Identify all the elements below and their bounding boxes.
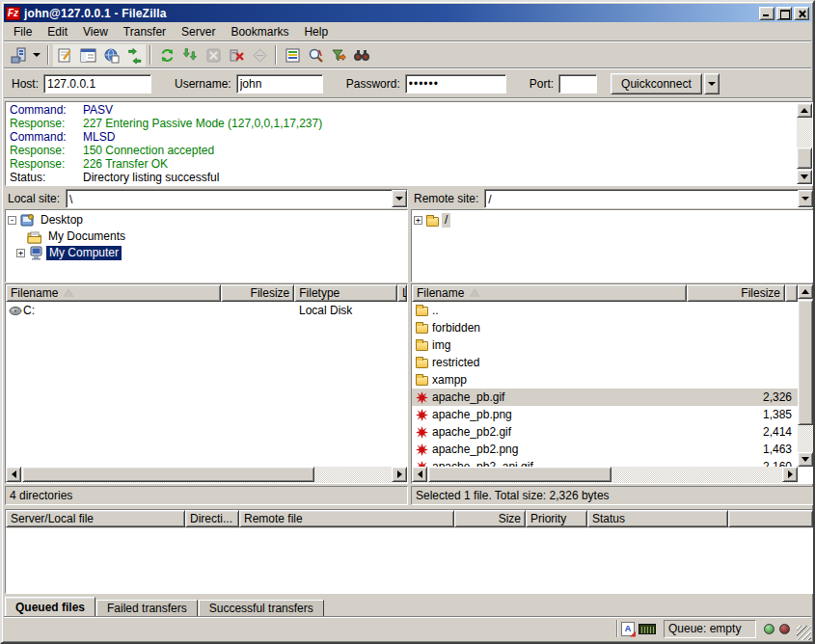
scrollbar-thumb[interactable]	[22, 467, 314, 482]
local-site-combobox[interactable]: \	[66, 189, 408, 208]
tab-queued-files[interactable]: Queued files	[5, 597, 95, 617]
scroll-left-button[interactable]	[412, 467, 427, 482]
menu-server[interactable]: Server	[174, 23, 223, 40]
scroll-right-button[interactable]	[392, 467, 407, 482]
minimize-button[interactable]	[759, 7, 774, 20]
column-header-filesize[interactable]: Filesize	[687, 284, 785, 302]
scroll-down-button[interactable]	[798, 452, 813, 467]
password-input[interactable]	[405, 74, 506, 94]
tab-failed-transfers[interactable]: Failed transfers	[96, 600, 198, 617]
local-list-hscrollbar[interactable]	[6, 467, 407, 483]
folder-icon	[414, 305, 429, 316]
expand-icon[interactable]: +	[414, 216, 422, 225]
column-header-filename[interactable]: Filename	[6, 284, 221, 302]
directory-comparison-button[interactable]	[281, 44, 304, 67]
toggle-local-tree-button[interactable]	[76, 44, 99, 67]
synchronized-browsing-button[interactable]	[304, 44, 327, 67]
host-input[interactable]	[43, 74, 151, 94]
file-row[interactable]: apache_pb2_ani.gif 2,160	[412, 458, 798, 467]
file-row[interactable]: xampp	[412, 371, 798, 389]
file-size: 1,463	[705, 443, 798, 456]
file-row[interactable]: restricted	[412, 354, 798, 371]
scroll-down-button[interactable]	[797, 170, 812, 184]
queue-column-priority[interactable]: Priority	[526, 510, 587, 527]
remote-list-vscrollbar[interactable]	[798, 284, 813, 467]
scroll-right-button[interactable]	[782, 467, 798, 482]
queue-body	[6, 528, 813, 593]
message-log-icon	[57, 47, 73, 64]
column-header-filename[interactable]: Filename	[412, 284, 687, 302]
process-queue-button[interactable]	[178, 44, 202, 67]
menu-view[interactable]: View	[75, 23, 116, 40]
local-site-dropdown-button[interactable]	[392, 190, 407, 207]
speed-limits-indicator-icon[interactable]	[638, 624, 656, 634]
scrollbar-thumb[interactable]	[428, 467, 611, 482]
scroll-left-button[interactable]	[6, 467, 21, 482]
log-scrollbar[interactable]	[797, 103, 812, 184]
toggle-message-log-button[interactable]	[53, 44, 76, 67]
scroll-up-button[interactable]	[798, 284, 813, 299]
toggle-remote-tree-button[interactable]	[99, 44, 122, 67]
synchronized-browsing-icon	[308, 47, 324, 64]
site-manager-dropdown-button[interactable]	[30, 44, 43, 67]
cancel-operation-button[interactable]	[202, 44, 225, 67]
expand-icon[interactable]: +	[16, 249, 25, 257]
refresh-button[interactable]	[155, 44, 178, 67]
reconnect-button[interactable]	[248, 44, 271, 67]
maximize-button[interactable]	[776, 7, 792, 20]
column-header-last-modified[interactable]: L	[397, 284, 407, 302]
menu-help[interactable]: Help	[296, 23, 336, 40]
menu-bookmarks[interactable]: Bookmarks	[223, 23, 296, 40]
data-type-indicator-icon[interactable]: A	[621, 622, 635, 636]
tab-successful-transfers[interactable]: Successful transfers	[199, 600, 324, 617]
file-row[interactable]: apache_pb2.png 1,463	[412, 441, 798, 458]
file-row[interactable]: img	[412, 336, 798, 354]
folder-icon	[426, 215, 439, 227]
file-row[interactable]: apache_pb2.gif 2,414	[412, 423, 798, 441]
remote-site-dropdown-button[interactable]	[798, 190, 813, 207]
file-name: apache_pb2_ani.gif	[429, 460, 705, 467]
queue-column-size[interactable]: Size	[454, 510, 526, 527]
collapse-icon[interactable]: -	[8, 216, 16, 225]
send-activity-led-icon	[779, 624, 790, 634]
file-row-selected[interactable]: apache_pb.gif 2,326	[412, 389, 798, 406]
scrollbar-thumb[interactable]	[798, 300, 813, 425]
queue-column-direction[interactable]: Directi...	[185, 510, 239, 527]
quickconnect-dropdown-button[interactable]	[704, 73, 720, 94]
resize-grip[interactable]	[797, 626, 811, 640]
remote-site-combobox[interactable]: /	[484, 189, 814, 208]
local-tree-view: - Desktop My Documents + My Computer	[5, 209, 408, 282]
site-manager-button[interactable]	[7, 44, 30, 67]
menu-transfer[interactable]: Transfer	[116, 23, 174, 40]
directory-listing-filters-button[interactable]	[327, 44, 350, 67]
tree-item-root[interactable]: + /	[414, 212, 813, 228]
filezilla-app-icon: Fz	[6, 7, 20, 20]
message-log: Command:PASV Response:227 Entering Passi…	[5, 101, 814, 186]
menu-file[interactable]: File	[6, 23, 40, 40]
tree-item-my-computer[interactable]: + My Computer	[8, 245, 407, 261]
titlebar[interactable]: Fz john@127.0.0.1 - FileZilla	[4, 4, 811, 22]
close-button[interactable]	[794, 7, 809, 20]
port-input[interactable]	[558, 74, 597, 94]
tree-item-my-documents[interactable]: My Documents	[8, 228, 407, 245]
quickconnect-button[interactable]: Quickconnect	[611, 73, 702, 94]
scroll-up-button[interactable]	[797, 103, 812, 118]
remote-list-hscrollbar[interactable]	[412, 467, 798, 483]
file-row[interactable]: forbidden	[412, 319, 798, 336]
queue-column-remote-file[interactable]: Remote file	[239, 510, 454, 527]
column-header-filetype[interactable]: Filetype	[294, 284, 397, 302]
file-row[interactable]: apache_pb.png 1,385	[412, 406, 798, 423]
menu-edit[interactable]: Edit	[40, 23, 75, 40]
queue-column-server-local-file[interactable]: Server/Local file	[6, 510, 185, 527]
file-row-c-drive[interactable]: C: Local Disk	[6, 302, 407, 319]
queue-column-status[interactable]: Status	[587, 510, 728, 527]
scrollbar-thumb[interactable]	[797, 148, 812, 169]
disconnect-button[interactable]	[225, 44, 248, 67]
file-row[interactable]: ..	[412, 302, 798, 319]
username-input[interactable]	[236, 74, 323, 94]
column-header-filesize[interactable]: Filesize	[221, 284, 294, 302]
toolbar-separator	[149, 45, 151, 65]
toggle-transfer-queue-button[interactable]	[122, 44, 146, 67]
find-files-button[interactable]	[350, 44, 373, 67]
tree-item-desktop[interactable]: - Desktop	[8, 212, 407, 228]
